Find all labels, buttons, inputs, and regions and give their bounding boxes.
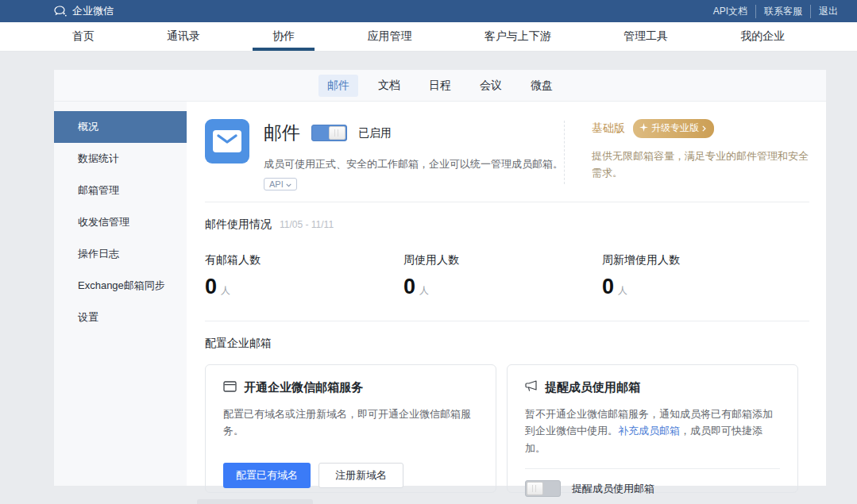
collab-tabbar: 邮件 文档 日程 会议 微盘 <box>54 70 826 102</box>
topbar-link-api-docs[interactable]: API文档 <box>705 5 755 18</box>
mail-app-header: 邮件 已启用 成员可使用正式、安全的工作邮箱，企业可以统一管理成员邮箱。 API <box>205 119 809 190</box>
app-title: 邮件 <box>264 121 300 145</box>
mail-app-icon <box>205 119 249 164</box>
register-new-domain-button[interactable]: 注册新域名 <box>318 463 403 488</box>
envelope-icon <box>223 381 237 395</box>
topbar-links: API文档 联系客服 退出 <box>705 5 846 18</box>
card-description: 暂不开通企业微信邮箱服务，通知成员将已有邮箱添加到企业微信中使用。补充成员邮箱，… <box>525 406 780 456</box>
nav-item-app-management[interactable]: 应用管理 <box>359 22 419 51</box>
nav-item-home[interactable]: 首页 <box>64 22 102 51</box>
below-fold-element-peek <box>197 499 313 504</box>
chevron-right-icon <box>702 123 706 134</box>
stat-label: 有邮箱人数 <box>205 253 403 267</box>
nav-item-collaboration[interactable]: 协作 <box>264 22 303 51</box>
upgrade-label: 升级专业版 <box>651 121 699 135</box>
sparkle-icon <box>639 123 648 134</box>
stat-value: 0 <box>403 275 415 299</box>
megaphone-icon <box>525 380 538 395</box>
tab-meeting[interactable]: 会议 <box>471 75 511 97</box>
wework-logo-icon <box>54 6 68 17</box>
tab-drive[interactable]: 微盘 <box>522 75 562 97</box>
sidebar-item-mailbox-management[interactable]: 邮箱管理 <box>54 175 187 206</box>
stat-unit: 人 <box>419 284 429 298</box>
usage-section-header: 邮件使用情况 11/05 - 11/11 <box>205 217 809 232</box>
topbar: 企业微信 API文档 联系客服 退出 <box>0 0 857 22</box>
config-section-title: 配置企业邮箱 <box>205 337 809 351</box>
app-header-left: 邮件 已启用 成员可使用正式、安全的工作邮箱，企业可以统一管理成员邮箱。 API <box>205 119 564 190</box>
enabled-status-label: 已启用 <box>358 126 392 140</box>
sidebar-item-send-receive[interactable]: 收发信管理 <box>54 206 187 238</box>
divider <box>205 321 809 321</box>
stat-unit: 人 <box>221 284 230 298</box>
supplement-member-mailbox-link[interactable]: 补充成员邮箱 <box>618 425 680 437</box>
tab-calendar[interactable]: 日程 <box>420 75 460 97</box>
remind-members-toggle[interactable] <box>525 480 561 497</box>
topbar-link-contact-support[interactable]: 联系客服 <box>755 5 810 18</box>
card-remind-members: 提醒成员使用邮箱 暂不开通企业微信邮箱服务，通知成员将已有邮箱添加到企业微信中使… <box>507 364 798 493</box>
main-nav: 首页 通讯录 协作 应用管理 客户与上下游 管理工具 我的企业 <box>0 22 857 52</box>
configure-existing-domain-button[interactable]: 配置已有域名 <box>223 463 311 488</box>
divider <box>205 202 809 202</box>
stat-value: 0 <box>205 275 217 299</box>
toggle-knob <box>329 126 346 140</box>
card-title: 开通企业微信邮箱服务 <box>244 380 363 395</box>
api-dropdown-button[interactable]: API <box>264 178 297 190</box>
brand: 企业微信 <box>54 4 114 18</box>
remind-toggle-label: 提醒成员使用邮箱 <box>572 482 654 496</box>
edition-name: 基础版 <box>592 121 625 136</box>
stat-unit: 人 <box>618 284 627 298</box>
card-enable-mail-service: 开通企业微信邮箱服务 配置已有域名或注册新域名，即可开通企业微信邮箱服务。 配置… <box>205 364 496 493</box>
overview-main: 邮件 已启用 成员可使用正式、安全的工作邮箱，企业可以统一管理成员邮箱。 API <box>187 102 826 486</box>
sidebar-item-statistics[interactable]: 数据统计 <box>54 143 187 175</box>
stat-label: 周使用人数 <box>403 253 602 267</box>
upgrade-pro-button[interactable]: 升级专业版 <box>633 119 714 138</box>
stat-label: 周新增使用人数 <box>602 253 801 267</box>
stat-value: 0 <box>602 275 614 299</box>
sidebar-item-operation-log[interactable]: 操作日志 <box>54 238 187 270</box>
app-description: 成员可使用正式、安全的工作邮箱，企业可以统一管理成员邮箱。 <box>264 157 563 171</box>
content-container: 邮件 文档 日程 会议 微盘 概况 数据统计 邮箱管理 收发信管理 操作日志 E… <box>54 70 826 486</box>
nav-item-customers[interactable]: 客户与上下游 <box>477 22 559 51</box>
stat-weekly-new-users: 周新增使用人数 0 人 <box>602 253 801 299</box>
edition-description: 提供无限邮箱容量，满足专业的邮件管理和安全需求。 <box>592 148 809 182</box>
config-cards: 开通企业微信邮箱服务 配置已有域名或注册新域名，即可开通企业微信邮箱服务。 配置… <box>205 364 809 493</box>
topbar-link-logout[interactable]: 退出 <box>810 5 846 18</box>
sidebar-item-settings[interactable]: 设置 <box>54 302 187 333</box>
card-description: 配置已有域名或注册新域名，即可开通企业微信邮箱服务。 <box>223 406 478 440</box>
tab-mail[interactable]: 邮件 <box>318 75 358 97</box>
stat-mailbox-users: 有邮箱人数 0 人 <box>205 253 403 299</box>
app-header-info: 邮件 已启用 成员可使用正式、安全的工作邮箱，企业可以统一管理成员邮箱。 API <box>264 119 563 190</box>
chevron-down-icon <box>286 179 291 189</box>
brand-name: 企业微信 <box>72 4 114 18</box>
usage-stats: 有邮箱人数 0 人 周使用人数 0 人 周新增使用人数 0 <box>205 253 809 299</box>
sidebar-item-overview[interactable]: 概况 <box>54 111 187 143</box>
mail-sidebar: 概况 数据统计 邮箱管理 收发信管理 操作日志 Exchange邮箱同步 设置 <box>54 102 187 486</box>
sidebar-item-exchange-sync[interactable]: Exchange邮箱同步 <box>54 270 187 302</box>
nav-item-admin-tools[interactable]: 管理工具 <box>616 22 676 51</box>
mail-enabled-toggle[interactable] <box>311 125 347 141</box>
api-label: API <box>269 179 284 189</box>
stat-weekly-users: 周使用人数 0 人 <box>403 253 602 299</box>
usage-date-range: 11/05 - 11/11 <box>280 219 334 230</box>
toggle-knob <box>527 482 543 495</box>
nav-item-contacts[interactable]: 通讯录 <box>159 22 208 51</box>
card-divider <box>525 468 780 469</box>
edition-panel: 基础版 升级专业版 提供无限邮箱容量，满足专业的邮件管理和安全需求。 <box>565 119 809 190</box>
card-title: 提醒成员使用邮箱 <box>545 380 640 395</box>
tab-docs[interactable]: 文档 <box>369 75 409 97</box>
nav-item-my-company[interactable]: 我的企业 <box>732 22 793 51</box>
usage-title: 邮件使用情况 <box>205 217 272 232</box>
